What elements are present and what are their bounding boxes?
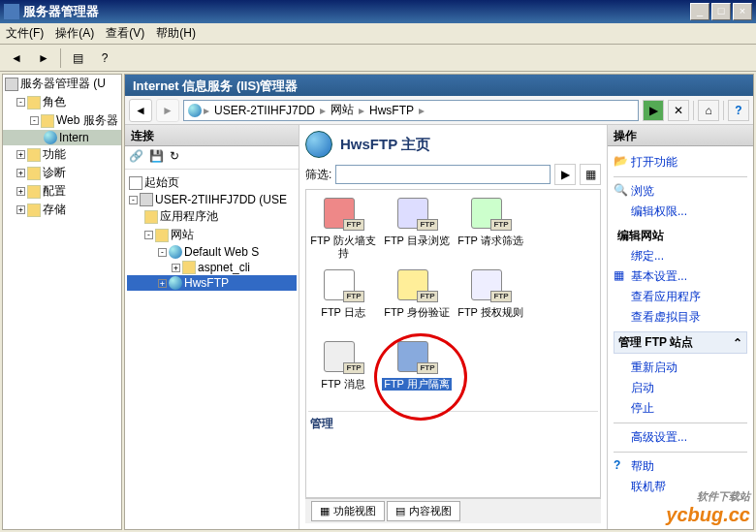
action-view-vdirs[interactable]: 查看虚拟目录	[614, 307, 747, 328]
tree-storage[interactable]: 存储	[43, 202, 66, 218]
tree-roles[interactable]: 角色	[43, 94, 66, 110]
center-panel: HwsFTP 主页 筛选: ▶ ▦ FTPFTP 防火墙支持 FTPFTP 目录…	[299, 125, 608, 529]
expand-icon[interactable]: -	[30, 116, 39, 125]
iis-nav-toolbar: ◄ ► ▸ USER-2TIIHFJ7DD ▸ 网站 ▸ HwsFTP ▸ ▶ …	[125, 96, 753, 125]
tab-features-view[interactable]: ▦功能视图	[311, 501, 385, 521]
actions-panel: 操作 📂打开功能 🔍浏览 编辑权限... 编辑网站 绑定... ▦基本设置...…	[608, 125, 753, 529]
action-advanced[interactable]: 高级设置...	[614, 427, 747, 448]
expand-icon[interactable]: -	[129, 196, 138, 204]
folder-icon	[182, 261, 196, 274]
nav-back-button[interactable]: ◄	[129, 99, 152, 122]
help-toolbar-button[interactable]: ?	[94, 47, 115, 69]
conn-start[interactable]: 起始页	[144, 174, 179, 191]
server-icon	[140, 193, 153, 206]
conn-apppools[interactable]: 应用程序池	[160, 208, 218, 225]
crumb-hws[interactable]: HwsFTP	[366, 104, 417, 117]
stop-x-button[interactable]: ✕	[668, 100, 689, 121]
conn-hws[interactable]: HwsFTP	[184, 276, 229, 290]
menu-bar: 文件(F) 操作(A) 查看(V) 帮助(H)	[0, 23, 756, 45]
expand-icon[interactable]: +	[16, 205, 25, 214]
filter-go-button[interactable]: ▶	[554, 164, 576, 185]
connections-header: 连接	[125, 125, 299, 146]
menu-view[interactable]: 查看(V)	[106, 25, 144, 42]
filter-view-button[interactable]: ▦	[580, 164, 601, 185]
breadcrumb[interactable]: ▸ USER-2TIIHFJ7DD ▸ 网站 ▸ HwsFTP ▸	[183, 100, 639, 121]
connect-button[interactable]: 🔗	[129, 149, 146, 167]
actions-header: 操作	[608, 125, 753, 146]
action-stop[interactable]: 停止	[614, 398, 747, 419]
features-grid: FTPFTP 防火墙支持 FTPFTP 目录浏览 FTPFTP 请求筛选 FTP…	[305, 189, 601, 498]
tree-features[interactable]: 功能	[43, 146, 66, 163]
properties-button[interactable]: ▤	[67, 47, 88, 69]
window-titlebar: 服务器管理器 _ □ ×	[0, 0, 756, 23]
group-manage: 管理	[308, 411, 598, 432]
conn-aspnet[interactable]: aspnet_cli	[198, 261, 250, 274]
folder-icon	[27, 185, 41, 199]
tree-config[interactable]: 配置	[43, 183, 66, 200]
tab-content-view[interactable]: ▤内容视图	[387, 501, 460, 521]
crumb-sites[interactable]: 网站	[328, 102, 357, 118]
action-basic-settings[interactable]: ▦基本设置...	[614, 266, 747, 287]
back-button[interactable]: ◄	[6, 47, 27, 69]
expand-icon[interactable]: +	[16, 187, 25, 196]
app-icon	[4, 4, 19, 19]
tree-diag[interactable]: 诊断	[43, 165, 66, 181]
ftp-userisolation-icon[interactable]: FTPFTP 用户隔离	[382, 339, 452, 407]
menu-file[interactable]: 文件(F)	[6, 25, 44, 42]
nav-forward-button: ►	[156, 99, 179, 122]
conn-server[interactable]: USER-2TIIHFJ7DD (USE	[155, 193, 287, 206]
action-bindings[interactable]: 绑定...	[614, 246, 747, 266]
ftp-authz-icon[interactable]: FTPFTP 授权规则	[456, 267, 525, 335]
expand-icon[interactable]: +	[16, 169, 25, 177]
expand-icon[interactable]: +	[158, 279, 167, 288]
site-home-title: HwsFTP 主页	[340, 136, 430, 154]
ftp-dirbrowse-icon[interactable]: FTPFTP 目录浏览	[382, 196, 452, 264]
section-manage-ftp[interactable]: 管理 FTP 站点⌃	[614, 331, 747, 354]
action-restart[interactable]: 重新启动	[614, 358, 747, 378]
action-view-apps[interactable]: 查看应用程序	[614, 287, 747, 307]
site-icon	[169, 245, 182, 259]
ftp-firewall-icon[interactable]: FTPFTP 防火墙支持	[308, 196, 378, 264]
ftp-log-icon[interactable]: FTPFTP 日志	[308, 267, 378, 335]
save-button[interactable]: 💾	[149, 149, 167, 167]
action-online-help[interactable]: 联机帮	[614, 477, 747, 497]
help-button[interactable]: ?	[728, 100, 749, 121]
expand-icon[interactable]: +	[172, 264, 180, 272]
expand-icon[interactable]: -	[16, 98, 25, 107]
close-button[interactable]: ×	[733, 3, 752, 20]
expand-icon[interactable]: -	[158, 248, 167, 257]
crumb-server[interactable]: USER-2TIIHFJ7DD	[211, 104, 318, 117]
home-button[interactable]: ⌂	[698, 100, 719, 121]
tree-web[interactable]: Web 服务器	[56, 112, 118, 129]
ftp-reqfilter-icon[interactable]: FTPFTP 请求筛选	[456, 196, 525, 264]
action-edit-permissions[interactable]: 编辑权限...	[614, 202, 747, 222]
refresh-button[interactable]: ↻	[170, 149, 187, 167]
main-toolbar: ◄ ► ▤ ?	[0, 45, 756, 72]
tree-iis[interactable]: Intern	[59, 131, 89, 144]
expand-icon[interactable]: +	[16, 150, 25, 159]
go-button[interactable]: ▶	[643, 100, 664, 121]
minimize-button[interactable]: _	[690, 3, 709, 20]
action-help[interactable]: ?帮助	[614, 456, 747, 477]
conn-sites[interactable]: 网站	[171, 227, 194, 243]
server-manager-tree[interactable]: 服务器管理器 (U -角色 -Web 服务器 Intern +功能 +诊断 +配…	[2, 74, 122, 530]
action-start[interactable]: 启动	[614, 378, 747, 398]
action-browse[interactable]: 🔍浏览	[614, 181, 747, 202]
menu-help[interactable]: 帮助(H)	[156, 25, 196, 42]
forward-button[interactable]: ►	[33, 47, 54, 69]
collapse-icon[interactable]: ⌃	[733, 336, 742, 350]
expand-icon[interactable]: -	[144, 231, 153, 239]
connections-tree[interactable]: 起始页 -USER-2TIIHFJ7DD (USE 应用程序池 -网站 -Def…	[125, 170, 299, 529]
tree-root[interactable]: 服务器管理器 (U	[20, 76, 106, 92]
menu-action[interactable]: 操作(A)	[55, 25, 94, 42]
folder-icon	[27, 148, 41, 162]
apppool-icon	[144, 210, 158, 224]
iis-title: Internet 信息服务 (IIS)管理器	[125, 75, 753, 96]
ftp-auth-icon[interactable]: FTPFTP 身份验证	[382, 267, 452, 335]
maximize-button[interactable]: □	[711, 3, 731, 20]
ftp-messages-icon[interactable]: FTPFTP 消息	[308, 339, 378, 407]
sites-icon	[155, 229, 169, 242]
filter-input[interactable]	[335, 165, 551, 184]
action-open-feature[interactable]: 📂打开功能	[614, 152, 747, 172]
conn-default[interactable]: Default Web S	[184, 245, 259, 259]
